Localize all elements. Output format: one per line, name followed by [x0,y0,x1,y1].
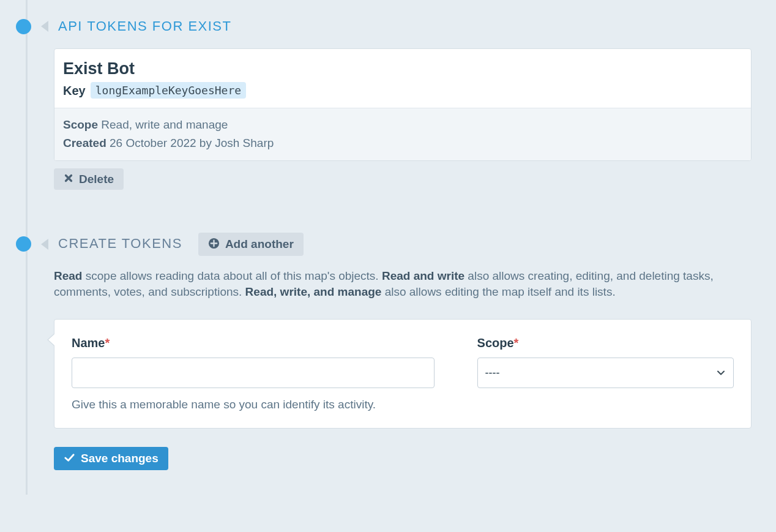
section-title-create-tokens[interactable]: CREATE TOKENS [58,234,182,253]
required-asterisk: * [514,336,519,350]
scope-help-rwm-text: also allows editing the map itself and i… [381,285,615,298]
scope-row: Scope Read, write and manage [63,117,742,133]
created-row: Created 26 October 2022 by Josh Sharp [63,135,742,152]
name-field-label: Name* [72,334,435,351]
created-label: Created [63,137,106,149]
save-changes-label: Save changes [81,452,159,464]
key-label: Key [63,82,86,99]
scope-help-read-bold: Read [54,269,82,282]
collapse-triangle-icon[interactable] [41,239,48,250]
scope-select[interactable]: ---- [477,358,734,388]
name-input[interactable] [72,358,435,388]
name-label-text: Name [72,336,105,350]
token-card: Exist Bot Key longExampleKeyGoesHere Sco… [54,48,752,161]
scope-value: Read, write and manage [101,118,228,131]
key-value[interactable]: longExampleKeyGoesHere [91,82,246,99]
timeline-dot [16,236,31,252]
scope-help-rwm-bold: Read, write, and manage [245,285,382,298]
section-title-api-tokens[interactable]: API TOKENS FOR EXIST [58,17,231,36]
plus-circle-icon [208,238,220,251]
add-another-button[interactable]: Add another [198,233,304,256]
check-icon [64,452,75,465]
save-changes-button[interactable]: Save changes [54,447,168,470]
scope-help-rw-bold: Read and write [382,269,464,282]
scope-field-label: Scope* [477,334,734,351]
scope-help-read-text: scope allows reading data about all of t… [82,269,381,282]
collapse-triangle-icon[interactable] [41,21,48,32]
scope-help-text: Read scope allows reading data about all… [54,268,752,301]
delete-icon [64,173,73,185]
scope-label-text: Scope [477,336,514,350]
required-asterisk: * [105,336,110,350]
timeline-dot [16,19,31,34]
delete-button[interactable]: Delete [54,168,124,190]
scope-label: Scope [63,118,98,131]
delete-button-label: Delete [79,173,114,185]
token-name: Exist Bot [63,58,742,81]
add-another-label: Add another [225,238,294,250]
create-token-form: Name* Give this a memorable name so you … [54,319,752,429]
created-value: 26 October 2022 by Josh Sharp [110,137,274,149]
name-help-text: Give this a memorable name so you can id… [72,397,435,413]
